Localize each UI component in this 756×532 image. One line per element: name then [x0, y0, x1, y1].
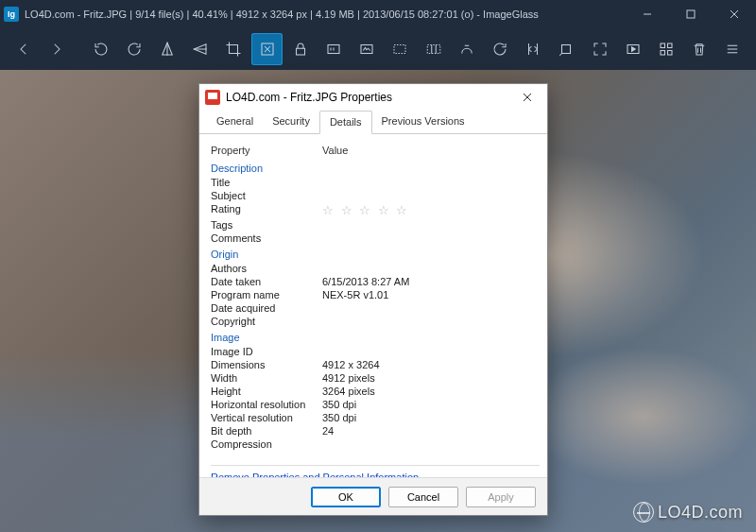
- properties-body: Property Value Description Title Subject…: [199, 134, 547, 477]
- svg-rect-24: [661, 43, 665, 48]
- rotate-right-button[interactable]: [118, 33, 149, 65]
- prop-copyright[interactable]: Copyright: [211, 315, 540, 328]
- rotate-left-button[interactable]: [85, 33, 116, 65]
- zoom-to-fit-button[interactable]: [385, 33, 416, 65]
- prop-compression[interactable]: Compression: [211, 438, 540, 451]
- maximize-button[interactable]: [669, 0, 713, 28]
- fullscreen-button[interactable]: [584, 33, 615, 65]
- prev-image-button[interactable]: [8, 33, 39, 65]
- properties-dialog: LO4D.com - Fritz.JPG Properties General …: [198, 83, 548, 516]
- svg-rect-1: [687, 10, 695, 18]
- prop-dimensions[interactable]: Dimensions4912 x 3264: [211, 358, 540, 371]
- refresh-button[interactable]: [484, 33, 515, 65]
- dialog-tabs: General Security Details Previous Versio…: [199, 111, 547, 134]
- window-title: LO4D.com - Fritz.JPG | 9/14 file(s) | 40…: [25, 9, 539, 20]
- prop-program-name[interactable]: Program nameNEX-5R v1.01: [211, 288, 540, 301]
- group-description: Description: [211, 159, 540, 176]
- watermark: LO4D.com: [633, 502, 743, 523]
- prop-date-acquired[interactable]: Date acquired: [211, 301, 540, 315]
- tab-general[interactable]: General: [207, 111, 263, 133]
- svg-rect-26: [661, 51, 665, 56]
- properties-list[interactable]: Description Title Subject Rating☆ ☆ ☆ ☆ …: [211, 159, 540, 461]
- window-fit-button[interactable]: [251, 33, 283, 65]
- lock-zoom-button[interactable]: [284, 33, 316, 65]
- prop-height[interactable]: Height3264 pixels: [211, 385, 540, 398]
- ok-button[interactable]: OK: [311, 487, 381, 507]
- scale-to-height-button[interactable]: [551, 33, 582, 65]
- slideshow-button[interactable]: [617, 33, 648, 65]
- flip-vertical-button[interactable]: [152, 33, 183, 65]
- header-property: Property: [211, 145, 322, 156]
- auto-zoom-button[interactable]: [352, 33, 383, 65]
- properties-header: Property Value: [211, 142, 540, 159]
- prop-hres[interactable]: Horizontal resolution350 dpi: [211, 398, 540, 411]
- prop-comments[interactable]: Comments: [211, 232, 540, 245]
- rating-stars[interactable]: ☆ ☆ ☆ ☆ ☆: [322, 203, 540, 217]
- file-icon: [205, 90, 220, 105]
- menu-button[interactable]: [717, 33, 748, 65]
- header-value: Value: [322, 145, 348, 156]
- svg-rect-9: [296, 48, 304, 55]
- cancel-button[interactable]: Cancel: [388, 487, 458, 507]
- prop-date-taken[interactable]: Date taken6/15/2013 8:27 AM: [211, 275, 540, 288]
- prop-image-id[interactable]: Image ID: [211, 345, 540, 358]
- delete-button[interactable]: [684, 33, 715, 65]
- actual-size-button[interactable]: [318, 33, 349, 65]
- crop-button[interactable]: [218, 33, 249, 65]
- dialog-title: LO4D.com - Fritz.JPG Properties: [226, 91, 392, 104]
- remove-properties-link[interactable]: Remove Properties and Personal Informati…: [211, 472, 419, 477]
- prop-width[interactable]: Width4912 pixels: [211, 371, 540, 385]
- thumbnails-button[interactable]: [650, 33, 681, 65]
- titlebar[interactable]: Ig LO4D.com - Fritz.JPG | 9/14 file(s) |…: [0, 0, 756, 28]
- zoom-to-fill-button[interactable]: [418, 33, 449, 65]
- prop-rating[interactable]: Rating☆ ☆ ☆ ☆ ☆: [211, 202, 540, 218]
- dialog-buttons: OK Cancel Apply: [199, 477, 547, 515]
- close-button[interactable]: [713, 0, 756, 28]
- svg-rect-25: [667, 43, 672, 48]
- svg-rect-20: [562, 45, 571, 54]
- prop-tags[interactable]: Tags: [211, 218, 540, 232]
- prop-bit-depth[interactable]: Bit depth24: [211, 424, 540, 438]
- tab-security[interactable]: Security: [263, 111, 319, 133]
- next-image-button[interactable]: [41, 33, 72, 65]
- toolbar: [0, 28, 756, 70]
- globe-icon: [633, 502, 654, 523]
- watermark-text: LO4D.com: [658, 503, 743, 523]
- svg-marker-23: [631, 47, 635, 52]
- flip-horizontal-button[interactable]: [185, 33, 216, 65]
- open-file-button[interactable]: [451, 33, 482, 65]
- svg-rect-15: [427, 45, 440, 54]
- prop-vres[interactable]: Vertical resolution350 dpi: [211, 411, 540, 424]
- prop-authors[interactable]: Authors: [211, 262, 540, 275]
- tab-details[interactable]: Details: [319, 111, 372, 134]
- remove-properties-row: Remove Properties and Personal Informati…: [211, 466, 540, 477]
- svg-rect-27: [667, 51, 672, 56]
- prop-title[interactable]: Title: [211, 176, 540, 189]
- group-origin: Origin: [211, 245, 540, 262]
- svg-rect-14: [394, 45, 405, 54]
- apply-button[interactable]: Apply: [466, 487, 536, 507]
- svg-line-21: [560, 54, 562, 56]
- app-icon: Ig: [4, 7, 19, 22]
- scale-to-width-button[interactable]: [518, 33, 549, 65]
- minimize-button[interactable]: [626, 0, 669, 28]
- dialog-close-button[interactable]: [513, 86, 541, 109]
- group-image: Image: [211, 328, 540, 345]
- dialog-titlebar[interactable]: LO4D.com - Fritz.JPG Properties: [199, 84, 547, 111]
- prop-subject[interactable]: Subject: [211, 189, 540, 202]
- tab-previous-versions[interactable]: Previous Versions: [372, 111, 474, 133]
